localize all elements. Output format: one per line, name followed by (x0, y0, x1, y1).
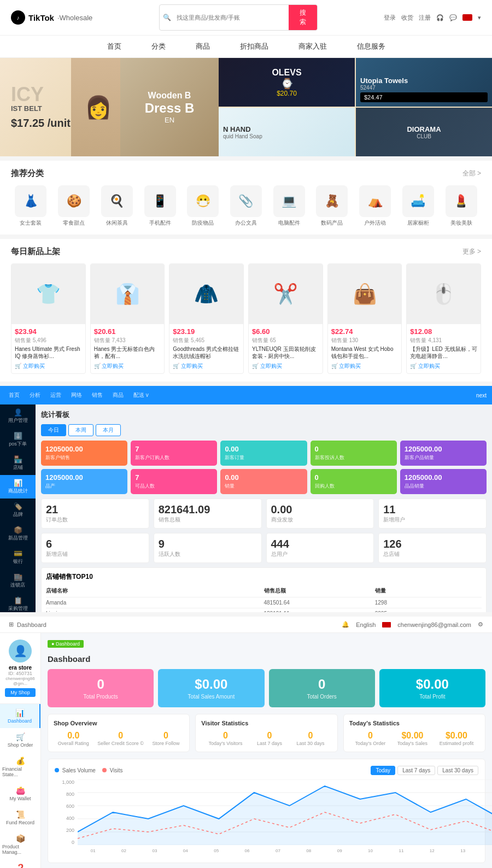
cat-item-7[interactable]: 💻 电脑配件 (273, 185, 305, 227)
cat-item-9[interactable]: ⛺ 户外活动 (359, 185, 391, 227)
search-input[interactable] (174, 11, 289, 24)
message-icon[interactable]: 💬 (449, 14, 457, 21)
nav-home[interactable]: 首页 (107, 42, 121, 51)
dashboard-title: Dashboard (48, 654, 485, 664)
sidebar-item-stats[interactable]: 📊 商品统计 (0, 475, 36, 498)
language-selector[interactable]: English (356, 621, 376, 628)
nav-merchant[interactable]: 商家入驻 (298, 42, 327, 51)
seller-nav-dashboard[interactable]: 📊 Dashboard (0, 704, 40, 728)
product-buy-6[interactable]: 🛒 立即购买 (410, 362, 477, 370)
my-shop-button[interactable]: My Shop (5, 688, 36, 697)
wishlist-link[interactable]: 收货 (401, 14, 413, 22)
product-img-4: ✂️ (249, 264, 323, 324)
sidebar-item-chain[interactable]: 🏬 连锁店 (0, 569, 36, 593)
seller-nav-orders[interactable]: 🛒 Shop Order (0, 728, 40, 752)
product-card-6[interactable]: 🖱️ $12.08 销售量 4,131 【升级】LED 无线鼠标，可充电超薄静音… (406, 263, 481, 374)
stat-num-7: 7 (135, 473, 213, 482)
sidebar-item-newproduct[interactable]: 📦 新品管理 (0, 522, 36, 546)
admin-top-products[interactable]: 商品 (109, 391, 127, 399)
cat-item-10[interactable]: 🛋️ 居家橱柜 (402, 185, 434, 227)
admin-top-ops[interactable]: 运营 (47, 391, 65, 399)
admin-top-sales[interactable]: 销售 (89, 391, 106, 399)
products-grid: 👕 $23.94 销售量 5,496 Hanes Ultimate 男式 Fre… (11, 263, 481, 374)
dash-products-label: Total Products (55, 694, 146, 700)
headset-icon[interactable]: 🎧 (436, 14, 444, 21)
chart-30days-btn[interactable]: Last 30 days (437, 766, 478, 775)
register-link[interactable]: 注册 (419, 14, 431, 22)
product-buy-3[interactable]: 🛒 立即购买 (173, 362, 240, 370)
seller-nav-fund[interactable]: 📜 Fund Record (0, 806, 40, 830)
sidebar-item-users[interactable]: 👤 用户管理 (0, 404, 36, 428)
product-card-1[interactable]: 👕 $23.94 销售量 5,496 Hanes Ultimate 男式 Fre… (11, 263, 86, 374)
estimated-profit-num: $0.00 (440, 731, 474, 741)
nav-categories[interactable]: 分类 (151, 42, 166, 51)
sidebar-item-brand[interactable]: 🏷️ 品牌 (0, 498, 36, 522)
nav-products[interactable]: 商品 (196, 42, 210, 51)
product-card-3[interactable]: 🧥 $23.19 销售量 5,465 Goodthreads 男式全棉拉链水洗抗… (169, 263, 244, 374)
todays-sales-label: Today's Sales (397, 741, 427, 746)
sidebar-item-store[interactable]: 🏪 店铺 (0, 451, 36, 475)
settings-icon[interactable]: ⚙ (478, 621, 483, 628)
soap-sub: quid Hand Soap (223, 133, 350, 139)
product-card-2[interactable]: 👔 $20.61 销售量 7,433 Hanes 男士无标签白色内裤，配有...… (90, 263, 165, 374)
product-buy-5[interactable]: 🛒 立即购买 (331, 362, 399, 370)
seller-nav-financial[interactable]: 💰 Financial State... (0, 752, 40, 782)
banner-model-figure: 👩 (71, 58, 120, 156)
cat-item-8[interactable]: 🧸 数码产品 (316, 185, 348, 227)
cat-icon-7: 💻 (273, 185, 305, 217)
metric-commercial: 0.00 商业发放 (266, 498, 374, 529)
store-icon: 🏪 (2, 455, 33, 464)
dropdown-icon[interactable]: ▾ (478, 14, 481, 21)
cat-item-5[interactable]: 😷 防疫物品 (187, 185, 219, 227)
dash-profit-num: $0.00 (387, 677, 478, 692)
categories-grid: 👗 女士套装 🍪 零食甜点 🍳 休闲茶具 📱 手机配件 😷 防疫物品 📎 办公文… (11, 185, 481, 227)
seller-nav-others[interactable]: ❓ Others (0, 859, 40, 868)
categories-more[interactable]: 全部 > (462, 169, 481, 178)
login-link[interactable]: 登录 (384, 14, 396, 22)
chart-legend-area: Sales Volume Visits (55, 767, 122, 773)
admin-top-analytics[interactable]: 分析 (26, 391, 44, 399)
products-more[interactable]: 更多 > (462, 247, 481, 256)
admin-top-network[interactable]: 网络 (68, 391, 85, 399)
cat-item-4[interactable]: 📱 手机配件 (144, 185, 176, 227)
product-card-4[interactable]: ✂️ $6.60 销售量 65 YLTNEUQR 玉田装轮削皮套装 - 厨房中快… (248, 263, 323, 374)
tab-today[interactable]: 今日 (41, 424, 66, 436)
chart-y-labels: 1,000 800 600 400 200 0 (55, 779, 77, 845)
seller-nav-wallet[interactable]: 👛 My Wallet (0, 782, 40, 806)
sidebar-item-purchase[interactable]: 📋 采购管理 (0, 593, 36, 612)
admin-top-home[interactable]: 首页 (5, 391, 23, 399)
product-card-5[interactable]: 👜 $22.74 销售量 130 Montana West 女式 Hobo 钱包… (327, 263, 402, 374)
chart-7days-btn[interactable]: Last 7 days (397, 766, 435, 775)
estimated-profit-item: $0.00 Estimated profit (440, 731, 474, 746)
diorama-title: DIORAMA (407, 125, 441, 133)
cat-item-2[interactable]: 🍪 零食甜点 (58, 185, 90, 227)
chart-today-btn[interactable]: Today (371, 766, 395, 775)
table-row-1: Amanda 481501.64 1298 (46, 597, 482, 608)
tab-month[interactable]: 本月 (96, 424, 121, 436)
product-buy-1[interactable]: 🛒 立即购买 (15, 362, 82, 370)
tab-week[interactable]: 本周 (68, 424, 93, 436)
seller-nav-products[interactable]: 📦 Product Manag... (0, 830, 40, 859)
product-buy-4[interactable]: 🛒 立即购买 (252, 362, 319, 370)
product-name-1: Hanes Ultimate 男式 Fresh IQ 修身蒸饰衫... (15, 345, 82, 360)
metric-newstores-num: 6 (46, 538, 144, 550)
product-buy-2[interactable]: 🛒 立即购买 (94, 362, 161, 370)
cat-item-6[interactable]: 📎 办公文具 (230, 185, 262, 227)
dash-card-orders: 0 Total Orders (269, 669, 375, 707)
notification-icon[interactable]: 🔔 (342, 621, 349, 628)
seller-main: ● Dashboard Dashboard 0 Total Products $… (41, 633, 492, 868)
sidebar-item-bank[interactable]: 💳 银行 (0, 546, 36, 569)
cat-item-3[interactable]: 🍳 休闲茶具 (101, 185, 133, 227)
orders-nav-label: Shop Order (8, 742, 33, 748)
admin-main-content: 统计看板 今日 本周 本月 1205000.00 新客户销售 7 新客户订购人数… (36, 404, 492, 612)
nav-discounts[interactable]: 折扣商品 (240, 42, 268, 51)
flag-icon (462, 14, 472, 21)
admin-top-delivery[interactable]: 配送 v (130, 391, 152, 399)
sidebar-item-pos[interactable]: ⬇️ pos下单 (0, 428, 36, 451)
nav-info[interactable]: 信息服务 (357, 42, 385, 51)
financial-nav-label: Financial State... (2, 766, 38, 777)
cat-item-1[interactable]: 👗 女士套装 (15, 185, 46, 227)
cat-item-11[interactable]: 💄 美妆美肤 (446, 185, 477, 227)
search-button[interactable]: 搜索 (289, 5, 317, 30)
banner-diorama: DIORAMA CLUB BREYLEE $19.70 💄 (356, 108, 492, 156)
